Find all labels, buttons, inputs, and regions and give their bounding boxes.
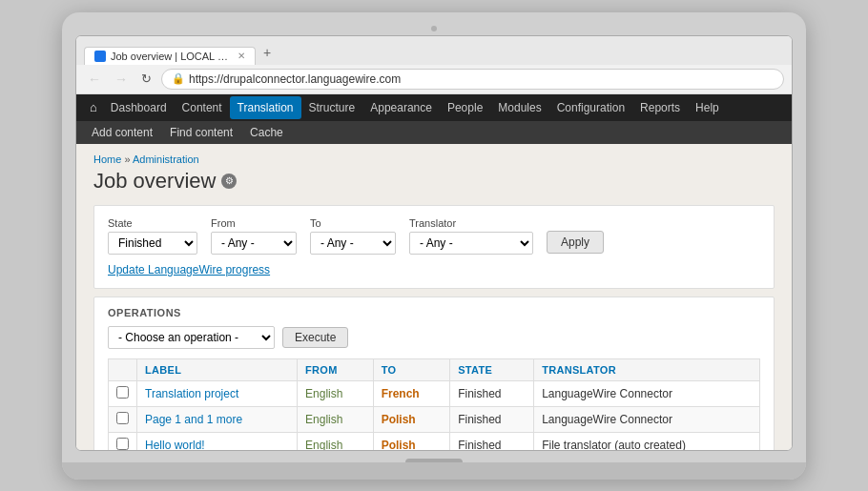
table-header-checkbox	[109, 358, 137, 380]
url-input[interactable]: 🔒 https://drupalconnector.languagewire.c…	[161, 69, 784, 90]
apply-button[interactable]: Apply	[547, 231, 604, 254]
table-header-label: LABEL	[137, 358, 298, 380]
operations-select[interactable]: - Choose an operation -	[108, 326, 275, 349]
active-tab[interactable]: Job overview | LOCAL DRUPAL 7 ✕	[84, 47, 256, 65]
page-title-text: Job overview	[93, 169, 216, 194]
row-state-2: Finished	[450, 432, 534, 450]
nav-appearance[interactable]: Appearance	[362, 96, 440, 119]
update-link[interactable]: Update LanguageWire progress	[108, 262, 760, 276]
drupal-navbar: ⌂ Dashboard Content Translation Structur…	[76, 94, 792, 121]
to-label: To	[310, 217, 396, 229]
subnav-find-content[interactable]: Find content	[162, 124, 240, 141]
to-filter: To - Any -	[310, 217, 396, 255]
row-state-0: Finished	[450, 380, 534, 406]
nav-content[interactable]: Content	[175, 96, 230, 119]
row-translator-2: File translator (auto created)	[534, 432, 760, 450]
nav-reports[interactable]: Reports	[632, 96, 688, 119]
laptop-shell: Job overview | LOCAL DRUPAL 7 ✕ + ← → ↻ …	[62, 12, 806, 480]
state-select[interactable]: Finished Active Any	[108, 232, 197, 255]
lock-icon: 🔒	[172, 72, 185, 85]
table-row: Page 1 and 1 more English Polish Finishe…	[109, 406, 760, 432]
row-checkbox-0[interactable]	[116, 386, 129, 399]
subnav-add-content[interactable]: Add content	[84, 124, 160, 141]
row-checkbox-cell	[109, 406, 137, 432]
breadcrumb-admin[interactable]: Administration	[133, 153, 199, 165]
nav-help[interactable]: Help	[688, 96, 727, 119]
row-checkbox-cell	[109, 432, 137, 450]
translator-label: Translator	[409, 217, 533, 229]
nav-translation[interactable]: Translation	[230, 96, 301, 119]
row-label-2[interactable]: Hello world!	[137, 432, 298, 450]
nav-structure[interactable]: Structure	[301, 96, 363, 119]
new-tab-button[interactable]: +	[256, 42, 279, 63]
row-to-1: Polish	[373, 406, 449, 432]
table-row: Hello world! English Polish Finished Fil…	[109, 432, 760, 450]
row-from-2: English	[298, 432, 374, 450]
browser-window: Job overview | LOCAL DRUPAL 7 ✕ + ← → ↻ …	[75, 35, 793, 451]
drupal-subnav: Add content Find content Cache	[76, 121, 792, 144]
to-select[interactable]: - Any -	[310, 232, 396, 255]
row-translator-1: LanguageWire Connector	[534, 406, 760, 432]
refresh-button[interactable]: ↻	[137, 70, 155, 88]
row-from-0: English	[298, 380, 374, 406]
operations-row: - Choose an operation - Execute	[108, 326, 760, 349]
nav-configuration[interactable]: Configuration	[549, 96, 632, 119]
state-filter: State Finished Active Any	[108, 217, 197, 255]
laptop-base	[62, 462, 806, 480]
tab-close-button[interactable]: ✕	[238, 51, 245, 61]
translator-filter: Translator - Any -	[409, 217, 533, 255]
filter-box: State Finished Active Any From - Any -	[93, 205, 775, 289]
nav-dashboard[interactable]: Dashboard	[103, 96, 175, 119]
table-header-translator: TRANSLATOR	[534, 358, 760, 380]
address-bar: ← → ↻ 🔒 https://drupalconnector.language…	[76, 65, 792, 94]
nav-modules[interactable]: Modules	[490, 96, 548, 119]
table-row: Translation project English French Finis…	[109, 380, 760, 406]
row-checkbox-1[interactable]	[116, 412, 129, 424]
nav-people[interactable]: People	[440, 96, 490, 119]
execute-button[interactable]: Execute	[282, 327, 348, 348]
row-label-0[interactable]: Translation project	[137, 380, 298, 406]
row-checkbox-2[interactable]	[116, 438, 129, 450]
breadcrumb-home[interactable]: Home	[93, 153, 121, 165]
table-header-state: STATE	[450, 358, 534, 380]
tab-favicon	[94, 51, 106, 62]
row-to-2: Polish	[373, 432, 449, 450]
jobs-table: LABEL FROM TO STATE TRANSLATOR Translati…	[108, 358, 760, 450]
browser-tab-bar: Job overview | LOCAL DRUPAL 7 ✕ +	[76, 36, 792, 65]
row-checkbox-cell	[109, 380, 137, 406]
translator-select[interactable]: - Any -	[409, 232, 533, 255]
state-label: State	[108, 217, 197, 229]
row-from-1: English	[298, 406, 374, 432]
from-filter: From - Any -	[211, 217, 297, 255]
from-select[interactable]: - Any -	[211, 232, 297, 255]
row-state-1: Finished	[450, 406, 534, 432]
forward-button[interactable]: →	[111, 70, 132, 89]
subnav-cache[interactable]: Cache	[242, 124, 291, 141]
from-label: From	[211, 217, 297, 229]
table-header-from: FROM	[298, 358, 374, 380]
row-label-1[interactable]: Page 1 and 1 more	[137, 406, 298, 432]
url-text: https://drupalconnector.languagewire.com	[189, 72, 401, 86]
operations-title: OPERATIONS	[108, 307, 760, 318]
row-translator-0: LanguageWire Connector	[534, 380, 760, 406]
gear-icon[interactable]: ⚙	[221, 174, 237, 189]
page-title: Job overview ⚙	[93, 169, 775, 194]
filter-row: State Finished Active Any From - Any -	[108, 217, 760, 255]
home-nav-icon[interactable]: ⌂	[84, 96, 103, 118]
main-content: Home » Administration Job overview ⚙ Sta…	[76, 144, 792, 450]
table-header-to: TO	[373, 358, 449, 380]
breadcrumb: Home » Administration	[93, 153, 775, 165]
row-to-0: French	[373, 380, 449, 406]
back-button[interactable]: ←	[84, 70, 105, 89]
breadcrumb-sep1: »	[124, 153, 133, 165]
camera-dot	[431, 26, 437, 31]
operations-box: OPERATIONS - Choose an operation - Execu…	[93, 297, 775, 450]
tab-title: Job overview | LOCAL DRUPAL 7	[111, 51, 233, 62]
